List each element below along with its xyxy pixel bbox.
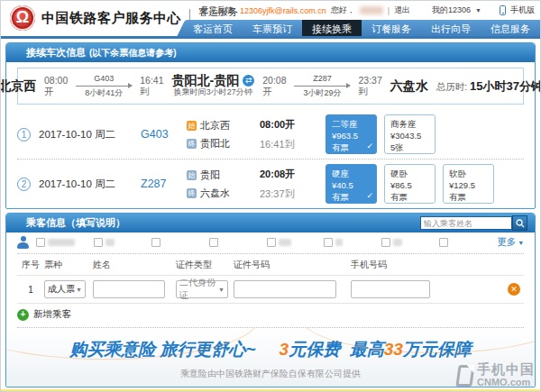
- train-depart-time: 20:08开: [260, 168, 305, 181]
- transfer-panel-title: 接续车次信息: [26, 46, 86, 59]
- chevron-down-icon[interactable]: ▼: [475, 7, 481, 14]
- site-title: 中国铁路客户服务中心: [41, 10, 181, 27]
- passenger-search-input[interactable]: [420, 216, 512, 230]
- leg1-arrive-time: 16:41到: [140, 75, 163, 98]
- train-arrive-time: 23:37到: [260, 187, 305, 201]
- add-passenger-button[interactable]: + 新增乘客: [17, 308, 524, 328]
- transfer-station-block: 贵阳北-贵阳 ⇄ 换乘时间3小时27分钟: [172, 75, 255, 98]
- leg2-arrow: Z287 3小时29分: [294, 74, 350, 98]
- header-blue-strip: [1, 36, 540, 39]
- person-icon: [17, 236, 29, 249]
- seat-card-business-class[interactable]: 商务座 ¥3043.5 5张: [384, 114, 436, 154]
- china-railway-emblem-icon: Ω: [10, 5, 35, 31]
- phone-field[interactable]: [351, 280, 430, 298]
- train-seq-badge: 2: [17, 178, 31, 191]
- feedback-email-link[interactable]: 12306yjfk@rails.com.cn: [240, 6, 326, 15]
- check-icon: ✓: [366, 190, 373, 202]
- bottom-yellow-strip: [1, 389, 540, 391]
- seat-card-soft-sleeper[interactable]: 软卧 ¥129.5 有票: [443, 164, 494, 204]
- insurance-provider: 乘意险由中国铁路财产保险自保有限公司提供: [6, 368, 535, 380]
- search-button[interactable]: [512, 215, 527, 231]
- leg2-depart-time: 20:08开: [262, 75, 286, 98]
- blurred-passenger-name: [335, 239, 343, 246]
- total-duration-value: 15小时37分钟: [470, 79, 541, 93]
- feedback-label: 意见反馈:: [200, 5, 235, 16]
- train-arrive-time: 16:41到: [260, 138, 305, 151]
- passenger-checkbox[interactable]: [209, 238, 218, 247]
- passenger-checkbox[interactable]: [151, 238, 160, 247]
- greeting-text: 您好，: [331, 5, 355, 16]
- arrow-right-icon: [76, 86, 132, 87]
- train-seq-badge: 1: [17, 128, 31, 141]
- delete-passenger-button[interactable]: ✕: [508, 283, 520, 296]
- train-to-station: 六盘水: [200, 187, 230, 200]
- col-ticket-type: 票种: [44, 259, 93, 271]
- arrow-right-icon: [294, 86, 350, 87]
- passenger-row-1: 1 成人票 ▼ 二代身份证 ▼ ✕: [17, 275, 524, 304]
- blurred-passenger-name: [393, 239, 402, 246]
- id-type-select[interactable]: 二代身份证 ▼: [176, 280, 228, 298]
- page-header: Ω 中国铁路客户服务中心 客运服务 客服热线:12306 意见反馈: 12306…: [1, 1, 540, 39]
- user-bar: 意见反馈: 12306yjfk@rails.com.cn 您好， | 退出 我的…: [200, 5, 535, 16]
- my-12306-link[interactable]: 我的12306: [432, 5, 471, 16]
- saved-passenger-option: [209, 238, 267, 247]
- check-icon: ✓: [366, 141, 373, 152]
- seat-card-hard-seat-selected[interactable]: 硬座 ¥40.5 有票 ✓: [326, 164, 377, 204]
- leg1-arrow: G403 8小时41分: [76, 74, 132, 98]
- train-row-z287: 2 2017-10-10 周二 Z287 始 贵阳 终 六盘水 20:08开 2…: [17, 160, 524, 208]
- logout-link[interactable]: 退出: [394, 5, 410, 16]
- saved-passenger-option: [324, 238, 381, 247]
- origin-depart-time: 08:00开: [44, 75, 68, 98]
- col-seq: 序号: [17, 259, 44, 271]
- saved-passenger-row: 更多 ▼: [17, 236, 524, 254]
- chevron-down-icon: ▼: [76, 287, 82, 293]
- train-row-g403: 1 2017-10-10 周二 G403 始 北京西 终 贵阳北 08:00开 …: [17, 110, 524, 160]
- mobile-version-link[interactable]: 手机版: [510, 5, 535, 16]
- col-name: 姓名: [93, 259, 176, 271]
- insurance-banner[interactable]: 购买乘意险 旅行更舒心~3元保费 最高33万元保障 乘意险由中国铁路财产保险自保…: [6, 328, 535, 387]
- train-number-link[interactable]: Z287: [141, 178, 179, 190]
- transfer-panel-header: 接续车次信息 (以下余票信息请参考): [6, 43, 535, 62]
- leg2-train-no: Z287: [313, 74, 332, 84]
- passenger-checkbox[interactable]: [36, 238, 45, 247]
- plus-icon: +: [17, 309, 29, 321]
- passenger-checkbox[interactable]: [381, 238, 390, 247]
- train-date: 2017-10-10 周二: [39, 178, 133, 191]
- passenger-checkbox[interactable]: [267, 238, 276, 247]
- passenger-table-header: 序号 票种 姓名 证件类型 证件号码 手机号码: [17, 254, 524, 275]
- blurred-passenger-name: [105, 239, 115, 246]
- passenger-checkbox[interactable]: [439, 238, 448, 247]
- train-number-link[interactable]: G403: [141, 128, 179, 141]
- transfer-info-panel: 接续车次信息 (以下余票信息请参考) 北京西 08:00开 G403 8小时41…: [5, 42, 536, 209]
- passenger-panel-header: 乘客信息（填写说明）: [6, 214, 535, 232]
- chevron-down-icon: ▼: [518, 240, 524, 246]
- saved-passenger-option: [94, 238, 151, 247]
- transfer-time-note: 换乘时间3小时27分钟: [174, 87, 252, 98]
- row-seq: 1: [17, 285, 44, 295]
- leg2-arrive-time: 23:37到: [358, 75, 381, 98]
- username-blurred: [360, 6, 383, 14]
- saved-passenger-option: [36, 238, 94, 247]
- id-number-field[interactable]: [234, 280, 336, 298]
- passenger-panel-title: 乘客信息（填写说明）: [26, 216, 125, 230]
- transfer-swap-icon: ⇄: [243, 75, 254, 87]
- train-date: 2017-10-10 周二: [39, 128, 133, 141]
- terminal-station-icon: 终: [187, 188, 197, 198]
- name-field[interactable]: [93, 280, 165, 298]
- more-passengers-link[interactable]: 更多 ▼: [497, 236, 524, 249]
- train-from-station: 北京西: [200, 119, 230, 132]
- col-id-type: 证件类型: [176, 259, 234, 271]
- seat-card-hard-sleeper[interactable]: 硬卧 ¥86.5 有票: [384, 164, 436, 204]
- blurred-passenger-name: [48, 239, 75, 246]
- search-icon: [516, 219, 525, 228]
- saved-passenger-option: [267, 238, 325, 247]
- ticket-type-select[interactable]: 成人票 ▼: [44, 280, 86, 298]
- saved-passenger-option: [381, 238, 439, 247]
- separator: |: [388, 6, 390, 15]
- transfer-panel-note: (以下余票信息请参考): [89, 47, 177, 59]
- seat-card-second-class-selected[interactable]: 二等座 ¥963.5 有票 ✓: [326, 114, 377, 154]
- mobile-phone-icon: [500, 5, 506, 15]
- journey-summary: 北京西 08:00开 G403 8小时41分 16:41到 贵阳北-贵阳 ⇄ 换…: [17, 68, 524, 105]
- passenger-checkbox[interactable]: [324, 238, 333, 247]
- passenger-checkbox[interactable]: [94, 238, 103, 247]
